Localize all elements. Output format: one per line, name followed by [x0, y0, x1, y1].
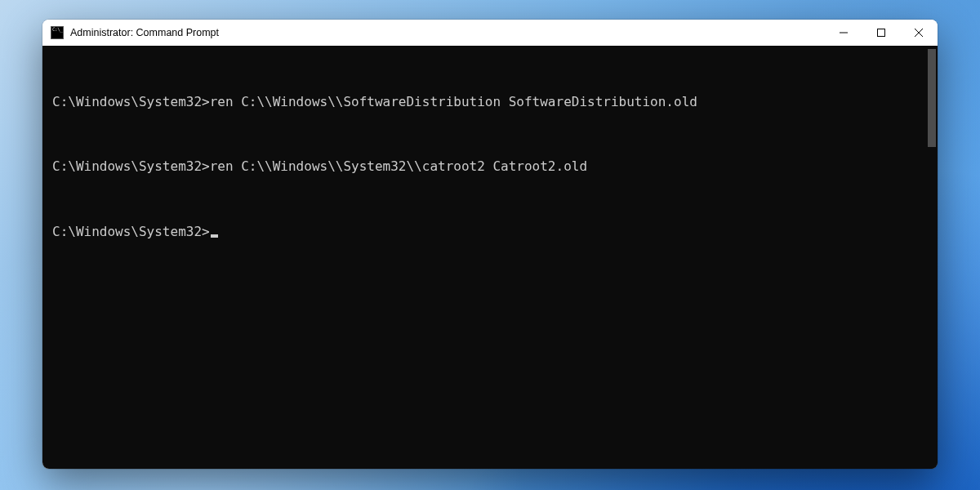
command-prompt-icon [51, 26, 64, 39]
console-area: C:\Windows\System32>ren C:\\Windows\\Sof… [42, 46, 938, 469]
maximize-button[interactable] [862, 20, 900, 46]
close-button[interactable] [900, 20, 938, 46]
maximize-icon [877, 29, 885, 37]
titlebar[interactable]: Administrator: Command Prompt [42, 20, 938, 46]
command-prompt-window: Administrator: Command Prompt C:\Windows… [42, 20, 938, 469]
minimize-icon [840, 29, 848, 37]
prompt-text: C:\Windows\System32> [52, 94, 210, 109]
window-title: Administrator: Command Prompt [70, 27, 219, 38]
console-line: C:\Windows\System32>ren C:\\Windows\\Sof… [52, 94, 918, 110]
minimize-button[interactable] [825, 20, 862, 46]
window-controls [825, 20, 938, 46]
prompt-text: C:\Windows\System32> [52, 158, 210, 174]
svg-rect-0 [878, 29, 885, 37]
console-line: C:\Windows\System32>ren C:\\Windows\\Sys… [52, 158, 918, 175]
console-line: C:\Windows\System32> [52, 224, 918, 240]
scrollbar-track[interactable] [926, 46, 938, 469]
console-output[interactable]: C:\Windows\System32>ren C:\\Windows\\Sof… [42, 46, 926, 469]
prompt-text: C:\Windows\System32> [52, 224, 210, 239]
scrollbar-thumb[interactable] [928, 49, 936, 147]
text-cursor [211, 234, 218, 238]
close-icon [915, 29, 923, 37]
command-text: ren C:\\Windows\\SoftwareDistribution So… [210, 94, 697, 109]
command-text: ren C:\\Windows\\System32\\catroot2 Catr… [210, 158, 587, 174]
